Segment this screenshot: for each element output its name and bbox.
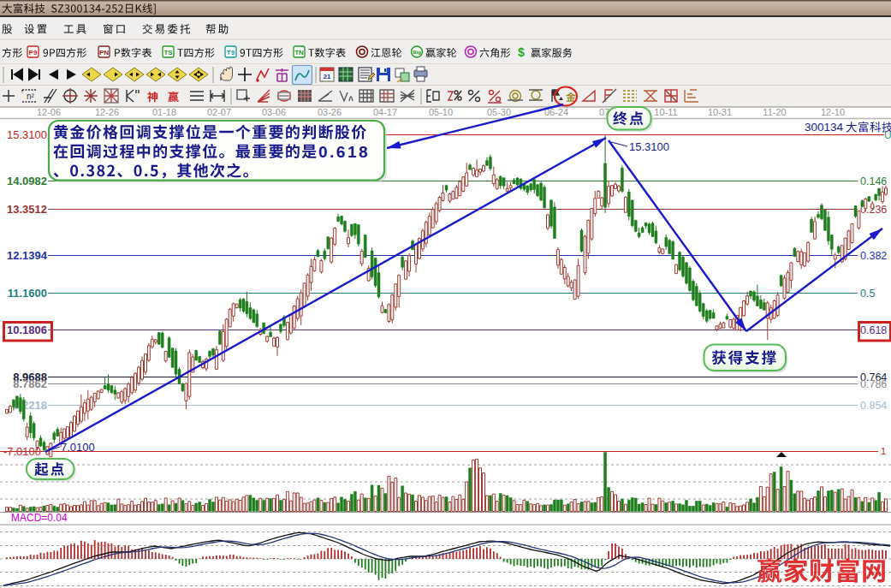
svg-text:12-10: 12-10 xyxy=(821,107,845,117)
svg-text:0.618: 0.618 xyxy=(318,143,370,161)
svg-text:11.1600: 11.1600 xyxy=(8,287,47,300)
svg-text:0.5: 0.5 xyxy=(860,288,875,300)
svg-text:10-31: 10-31 xyxy=(708,107,732,117)
svg-text:01-18: 01-18 xyxy=(152,107,176,117)
svg-text:04-17: 04-17 xyxy=(373,107,397,117)
svg-text:13.3512: 13.3512 xyxy=(7,203,47,216)
svg-text:Big: Big xyxy=(413,50,421,55)
svg-text:21: 21 xyxy=(324,73,331,80)
svg-text:T9: T9 xyxy=(227,49,235,56)
svg-text:15.3100: 15.3100 xyxy=(629,140,669,153)
svg-text:1: 1 xyxy=(881,446,886,456)
svg-text:12-26: 12-26 xyxy=(95,107,119,117)
svg-text:TS: TS xyxy=(163,49,173,56)
svg-text:12.1394: 12.1394 xyxy=(7,249,48,262)
svg-text:14.0982: 14.0982 xyxy=(7,175,47,187)
svg-text:15.3100: 15.3100 xyxy=(7,128,47,141)
svg-text:03-26: 03-26 xyxy=(318,107,342,117)
svg-text:n²: n² xyxy=(27,92,35,101)
svg-text:0.382: 0.382 xyxy=(860,250,887,262)
svg-text:-7.0100: -7.0100 xyxy=(3,445,41,458)
svg-text:0.854: 0.854 xyxy=(860,400,887,412)
svg-text:0.618: 0.618 xyxy=(860,324,887,336)
svg-text:05-10: 05-10 xyxy=(429,107,453,117)
svg-text:7.0100: 7.0100 xyxy=(61,441,95,454)
svg-text:0.786: 0.786 xyxy=(860,378,887,390)
svg-text:05-30: 05-30 xyxy=(487,107,511,117)
svg-text:8.7862: 8.7862 xyxy=(13,377,47,390)
svg-text:02-07: 02-07 xyxy=(207,107,231,117)
svg-text:11-20: 11-20 xyxy=(763,107,786,117)
svg-text:MACD=0.04: MACD=0.04 xyxy=(11,512,68,524)
svg-text:0.146: 0.146 xyxy=(860,175,887,187)
svg-text:12-06: 12-06 xyxy=(37,107,61,117)
svg-text:PN: PN xyxy=(99,49,109,56)
svg-text:10.1806: 10.1806 xyxy=(7,324,47,336)
svg-text:P9: P9 xyxy=(29,49,38,56)
svg-text:300134: 300134 xyxy=(805,121,844,134)
svg-text:10-11: 10-11 xyxy=(654,107,677,117)
svg-text:TN: TN xyxy=(294,49,304,56)
svg-text:$: $ xyxy=(518,45,525,59)
svg-text:03-06: 03-06 xyxy=(262,107,286,117)
